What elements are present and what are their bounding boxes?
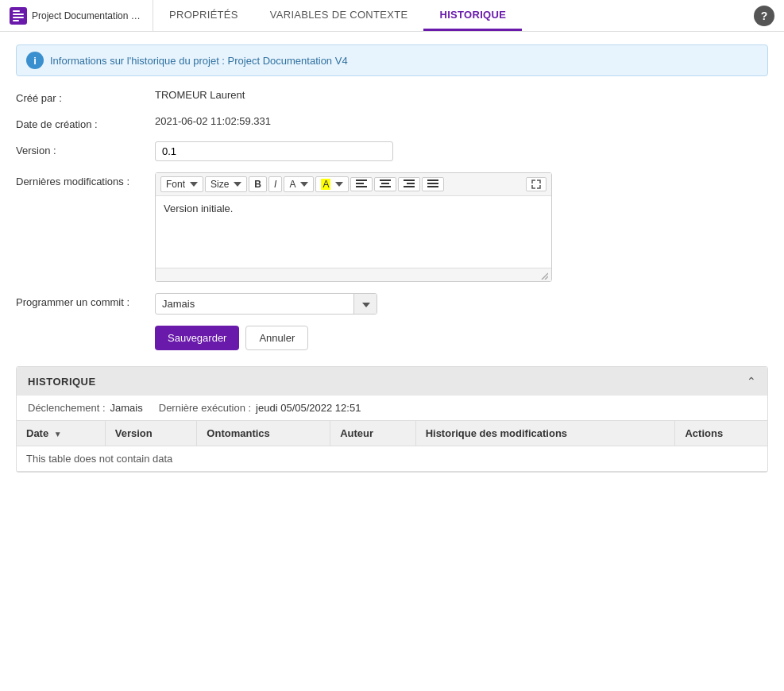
svg-line-18 xyxy=(545,276,548,280)
info-banner: i Informations sur l'historique du proje… xyxy=(16,44,768,76)
table-empty-message: This table does not contain data xyxy=(17,446,767,472)
font-color-selector[interactable]: A xyxy=(284,176,314,192)
align-right-icon xyxy=(404,180,415,189)
editor-content-area[interactable]: Version initiale. xyxy=(156,196,551,268)
align-center-button[interactable] xyxy=(374,177,396,191)
save-button[interactable]: Sauvegarder xyxy=(155,326,239,350)
version-input[interactable] xyxy=(155,141,393,161)
cancel-button[interactable]: Annuler xyxy=(245,326,308,350)
font-selector[interactable]: Font xyxy=(160,176,203,192)
created-by-row: Créé par : TROMEUR Laurent xyxy=(16,89,768,104)
declenchement-item: Déclenchement : Jamais xyxy=(28,402,143,414)
editor-content-text: Version initiale. xyxy=(164,203,233,214)
commit-dropdown-arrow[interactable] xyxy=(353,294,377,314)
tab-context-vars[interactable]: VARIABLES DE CONTEXTE xyxy=(254,0,424,31)
col-actions: Actions xyxy=(675,421,767,446)
declenchement-value: Jamais xyxy=(110,402,143,414)
expand-button[interactable] xyxy=(526,177,546,191)
top-navigation: Project Documentation V4 ... PROPRIÉTÉS … xyxy=(0,0,784,32)
form-buttons: Sauvegarder Annuler xyxy=(16,326,768,350)
svg-rect-16 xyxy=(427,186,438,187)
version-label: Version : xyxy=(16,141,155,156)
creation-date-label: Date de création : xyxy=(16,115,155,130)
col-historique-modifications: Historique des modifications xyxy=(415,421,675,446)
svg-line-17 xyxy=(542,273,548,280)
historique-section-header[interactable]: HISTORIQUE ⌃ xyxy=(17,367,767,396)
tab-properties[interactable]: PROPRIÉTÉS xyxy=(153,0,254,31)
commit-selector[interactable]: Jamais xyxy=(155,293,377,315)
programmer-commit-row: Programmer un commit : Jamais xyxy=(16,293,768,315)
resize-icon xyxy=(539,270,548,280)
main-content: i Informations sur l'historique du proje… xyxy=(0,32,784,485)
svg-rect-12 xyxy=(407,183,415,184)
info-icon: i xyxy=(26,52,44,69)
font-color-dropdown-icon xyxy=(300,182,308,187)
svg-rect-3 xyxy=(13,17,24,18)
svg-rect-6 xyxy=(356,183,364,184)
align-left-button[interactable] xyxy=(350,177,373,191)
expand-icon xyxy=(531,180,541,189)
derniere-execution-value: jeudi 05/05/2022 12:51 xyxy=(256,402,361,414)
historique-section-title: HISTORIQUE xyxy=(28,376,96,388)
svg-rect-13 xyxy=(404,186,415,187)
svg-rect-0 xyxy=(10,7,27,25)
svg-rect-10 xyxy=(380,186,391,187)
svg-rect-11 xyxy=(404,180,415,181)
size-label: Size xyxy=(210,179,229,190)
font-dropdown-icon xyxy=(190,182,198,187)
nav-help[interactable]: ? xyxy=(744,0,784,31)
svg-rect-8 xyxy=(380,180,391,181)
col-historique-label: Historique des modifications xyxy=(426,427,567,439)
table-header-row: Date ▼ Version Ontomantics Auteur Histor… xyxy=(17,421,767,446)
col-date[interactable]: Date ▼ xyxy=(17,421,105,446)
nav-brand-text: Project Documentation V4 ... xyxy=(32,10,143,21)
svg-rect-1 xyxy=(13,10,20,12)
svg-rect-4 xyxy=(13,20,19,21)
col-ontomantics-label: Ontomantics xyxy=(207,427,269,439)
svg-rect-14 xyxy=(427,180,438,181)
creation-date-row: Date de création : 2021-06-02 11:02:59.3… xyxy=(16,115,768,130)
editor-resize-handle[interactable] xyxy=(156,268,551,281)
highlight-dropdown-icon xyxy=(335,182,343,187)
info-banner-text: Informations sur l'historique du projet … xyxy=(50,55,348,67)
historique-status-row: Déclenchement : Jamais Dernière exécutio… xyxy=(17,396,767,421)
svg-rect-15 xyxy=(427,183,438,184)
align-right-button[interactable] xyxy=(398,177,420,191)
col-ontomantics: Ontomantics xyxy=(197,421,330,446)
size-selector[interactable]: Size xyxy=(205,176,247,192)
brand-icon xyxy=(10,7,27,25)
highlight-color-selector[interactable]: A xyxy=(315,176,349,192)
programmer-commit-label: Programmer un commit : xyxy=(16,293,155,308)
svg-rect-5 xyxy=(356,180,367,181)
size-dropdown-icon xyxy=(234,182,241,187)
nav-brand[interactable]: Project Documentation V4 ... xyxy=(0,0,153,31)
historique-section: HISTORIQUE ⌃ Déclenchement : Jamais Dern… xyxy=(16,366,768,473)
version-row: Version : xyxy=(16,141,768,161)
align-center-icon xyxy=(380,180,391,189)
derniere-execution-item: Dernière exécution : jeudi 05/05/2022 12… xyxy=(159,402,361,414)
sort-date-icon: ▼ xyxy=(54,430,62,438)
col-actions-label: Actions xyxy=(685,427,723,439)
dernières-modifications-row: Dernières modifications : Font Size B I xyxy=(16,172,768,282)
tab-historique[interactable]: HISTORIQUE xyxy=(423,0,522,31)
collapse-icon[interactable]: ⌃ xyxy=(747,375,756,388)
col-version: Version xyxy=(105,421,197,446)
declenchement-label: Déclenchement : xyxy=(28,402,106,414)
font-color-icon: A xyxy=(289,179,295,190)
col-version-label: Version xyxy=(115,427,153,439)
creation-date-value: 2021-06-02 11:02:59.331 xyxy=(155,115,271,127)
svg-rect-2 xyxy=(13,14,24,15)
rich-text-editor: Font Size B I A A xyxy=(155,172,552,282)
italic-button[interactable]: I xyxy=(268,176,282,192)
bold-button[interactable]: B xyxy=(249,176,267,192)
highlight-color-icon: A xyxy=(321,179,330,190)
commit-value: Jamais xyxy=(156,294,353,314)
svg-rect-7 xyxy=(356,186,367,187)
dernières-modifications-label: Dernières modifications : xyxy=(16,172,155,187)
help-icon[interactable]: ? xyxy=(754,6,774,26)
commit-chevron-icon xyxy=(362,303,370,307)
editor-toolbar: Font Size B I A A xyxy=(156,173,551,196)
created-by-value: TROMEUR Laurent xyxy=(155,89,245,101)
justify-button[interactable] xyxy=(422,177,444,191)
historique-table: Date ▼ Version Ontomantics Auteur Histor… xyxy=(17,421,767,472)
